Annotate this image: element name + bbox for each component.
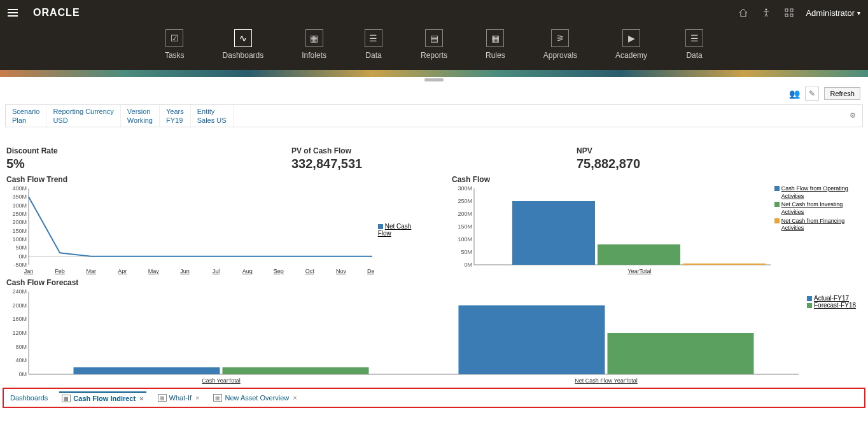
global-nav: ☑Tasks ∿Dashboards ▦Infolets ☰Data ▤Repo…: [0, 25, 868, 60]
kpi-label: NPV: [577, 146, 862, 155]
user-label: Administrator: [806, 8, 855, 18]
nav-data2[interactable]: ☰Data: [685, 29, 703, 60]
nav-dashboards[interactable]: ∿Dashboards: [223, 29, 264, 60]
svg-point-0: [766, 9, 767, 11]
svg-text:Apr: Apr: [118, 268, 127, 274]
panel-title: Cash Flow Trend: [6, 175, 426, 184]
nav-data[interactable]: ☰Data: [365, 29, 382, 60]
nav-approvals[interactable]: ⚞Approvals: [543, 29, 577, 60]
nav-label: Tasks: [165, 51, 185, 60]
legend-label[interactable]: Net Cash from Financing Activities: [781, 218, 862, 232]
pov-label: Version: [127, 108, 153, 115]
close-icon[interactable]: ×: [293, 394, 297, 402]
svg-text:200M: 200M: [12, 219, 27, 225]
svg-text:Sep: Sep: [274, 268, 284, 274]
pov-currency[interactable]: Reporting CurrencyUSD: [46, 105, 120, 127]
tasks-icon: ☑: [165, 29, 183, 47]
pov-value: Working: [127, 116, 153, 124]
kpi-value: 5%: [6, 157, 291, 171]
dashboards-icon: ∿: [234, 29, 252, 47]
legend-label[interactable]: Actual-FY17: [814, 295, 849, 302]
nav-label: Data: [686, 51, 702, 60]
kpi-label: Discount Rate: [6, 146, 291, 155]
bottom-tabs: Dashboards ▦Cash Flow Indirect× ▦What-If…: [3, 388, 865, 408]
pov-label: Years: [166, 108, 184, 115]
svg-text:Dec: Dec: [367, 268, 374, 274]
decorative-ribbon: [0, 70, 868, 77]
pov-version[interactable]: VersionWorking: [121, 105, 160, 127]
svg-text:300M: 300M: [458, 185, 472, 192]
gear-icon[interactable]: ⚙: [843, 105, 862, 127]
svg-rect-38: [512, 201, 595, 265]
legend-label[interactable]: Forecast-FY18: [814, 302, 856, 309]
hamburger-icon[interactable]: [8, 5, 23, 20]
user-menu[interactable]: Administrator: [806, 8, 860, 18]
svg-text:Mar: Mar: [86, 268, 96, 274]
nav-tasks[interactable]: ☑Tasks: [165, 29, 185, 60]
svg-text:0M: 0M: [18, 253, 27, 260]
close-icon[interactable]: ×: [195, 394, 199, 402]
tab-label: Cash Flow Indirect: [73, 395, 136, 402]
svg-rect-1: [785, 9, 788, 11]
svg-rect-2: [790, 9, 793, 11]
svg-text:0M: 0M: [464, 262, 472, 268]
svg-rect-54: [459, 306, 605, 374]
svg-text:400M: 400M: [12, 185, 27, 192]
pov-bar: ScenarioPlan Reporting CurrencyUSD Versi…: [5, 104, 863, 127]
legend-label[interactable]: Net Cash from Investing Activities: [781, 201, 862, 216]
tab-new-asset-overview[interactable]: ▦New Asset Overview×: [211, 392, 299, 404]
svg-rect-55: [608, 333, 754, 374]
accessibility-icon[interactable]: [760, 6, 773, 19]
svg-text:Jan: Jan: [24, 268, 34, 274]
kpi-row: Discount Rate 5% PV of Cash Flow 332,847…: [0, 127, 868, 175]
actions-bar: 👥 ✎ Refresh: [0, 81, 868, 101]
data-icon: ☰: [365, 29, 382, 47]
tab-dashboards-root[interactable]: Dashboards: [8, 392, 50, 404]
svg-text:Net Cash Flow YearTotal: Net Cash Flow YearTotal: [575, 377, 638, 384]
pov-value: Plan: [12, 116, 26, 124]
grid-icon[interactable]: [783, 6, 795, 19]
nav-label: Rules: [486, 51, 505, 60]
svg-rect-4: [790, 14, 793, 17]
svg-text:200M: 200M: [458, 211, 472, 217]
trend-chart: -50M0M50M100M150M200M250M300M350M400MJan…: [6, 185, 374, 274]
tab-what-if[interactable]: ▦What-If×: [155, 392, 202, 404]
academy-icon: ▶: [622, 29, 640, 47]
svg-text:50M: 50M: [15, 244, 27, 251]
pov-years[interactable]: YearsFY19: [160, 105, 191, 127]
close-icon[interactable]: ×: [139, 395, 143, 402]
svg-text:250M: 250M: [458, 198, 472, 204]
nav-label: Approvals: [543, 51, 577, 60]
svg-text:160M: 160M: [12, 316, 27, 322]
nav-academy[interactable]: ▶Academy: [615, 29, 647, 60]
form-icon: ▦: [213, 394, 222, 402]
nav-reports[interactable]: ▤Reports: [421, 29, 447, 60]
pov-scenario[interactable]: ScenarioPlan: [6, 105, 46, 127]
svg-text:-50M: -50M: [13, 262, 27, 268]
svg-text:Cash YearTotal: Cash YearTotal: [202, 377, 241, 384]
svg-text:350M: 350M: [12, 193, 27, 200]
tab-cash-flow-indirect[interactable]: ▦Cash Flow Indirect×: [59, 391, 146, 404]
kpi-pv: PV of Cash Flow 332,847,531: [291, 146, 577, 171]
data2-icon: ☰: [685, 29, 703, 47]
nav-infolets[interactable]: ▦Infolets: [302, 29, 326, 60]
edit-icon[interactable]: ✎: [805, 87, 819, 101]
kpi-npv: NPV 75,882,870: [577, 146, 862, 171]
refresh-button[interactable]: Refresh: [824, 87, 860, 100]
trend-legend: Net Cash Flow: [378, 223, 426, 237]
svg-text:Nov: Nov: [336, 268, 347, 274]
nav-rules[interactable]: ▦Rules: [486, 29, 505, 60]
home-icon[interactable]: [737, 6, 750, 19]
legend-label[interactable]: Cash Flow from Operating Activities: [781, 185, 862, 200]
svg-text:Jul: Jul: [213, 268, 220, 274]
svg-text:250M: 250M: [12, 211, 27, 217]
nav-label: Academy: [615, 51, 647, 60]
rules-icon: ▦: [486, 29, 504, 47]
svg-rect-39: [598, 244, 680, 265]
cash-flow-trend-panel: Cash Flow Trend -50M0M50M100M150M200M250…: [6, 175, 426, 274]
people-icon[interactable]: 👥: [789, 88, 800, 99]
app-header: ORACLE Administrator ☑Tasks ∿Dashboards …: [0, 0, 868, 70]
svg-text:150M: 150M: [458, 223, 472, 230]
pov-entity[interactable]: EntitySales US: [191, 105, 234, 127]
svg-text:Aug: Aug: [242, 268, 253, 274]
